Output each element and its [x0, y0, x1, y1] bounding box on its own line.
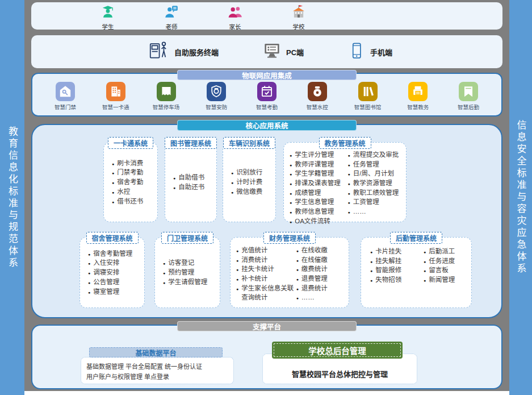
teacher-icon — [164, 5, 179, 22]
system-item: ●寝室管理 — [88, 287, 141, 297]
system-item-list: ●后勤派工●任务进度●留言板●新闻管理 — [424, 247, 469, 285]
system-item: ●水控 — [112, 187, 154, 197]
system-item: ●卡片挂失 — [370, 247, 416, 256]
left-rail: 教育信息化标准与规范体系 — [0, 0, 24, 395]
bullet-icon: ● — [290, 171, 292, 178]
iot-cell-academic: 智慧教务 — [400, 82, 436, 111]
iot-cell-attendance: 智慧考勤 — [249, 82, 285, 111]
system-item: ●日/周、月计划 — [348, 169, 404, 178]
system-box-title: 后勤管理系统 — [390, 232, 442, 244]
smart-campus-architecture-diagram: 教育信息化标准与规范体系 信息安全标准与容灾应急体系 学生 老师 家长 — [0, 0, 532, 395]
core-banner: 核心应用系统 — [177, 120, 357, 131]
bullet-icon: ● — [348, 171, 350, 178]
bullet-icon: ● — [163, 260, 165, 267]
system-item: ●工资管理 — [348, 197, 404, 207]
parents-icon — [228, 5, 242, 22]
system-item: ●微信缴费 — [231, 187, 272, 197]
system-box-library: 图书管理系统 ●自助借书●自助还书 — [165, 142, 217, 222]
attendance-calendar-icon — [257, 82, 277, 101]
system-box-academic: 教务管理系统 ●学生评分管理●教师评课管理●学生学籍管理●排课及课表管理●成绩管… — [283, 142, 407, 222]
device-label: 手机端 — [370, 47, 392, 57]
system-item: ●…… — [296, 293, 346, 302]
left-rail-text: 教育信息化标准与规范体系 — [5, 126, 19, 269]
iot-label: 智慧门禁 — [55, 103, 76, 111]
bullet-icon: ● — [88, 289, 90, 296]
system-item: ●学生家长信息关联查询统计 — [236, 284, 294, 302]
system-item: ●新闻管理 — [424, 275, 469, 285]
user-label: 老师 — [166, 22, 178, 31]
system-item: ●学生学籍管理 — [290, 169, 346, 178]
system-item: ●识别放行 — [231, 168, 272, 177]
bullet-icon: ● — [290, 180, 292, 188]
system-item: ●刷卡消费 — [112, 159, 154, 168]
iot-cell-access: 智慧门禁 — [47, 82, 83, 111]
system-box-title: 车辆识别系统 — [223, 137, 275, 149]
school-admin-banner: 学校总后台管理 — [272, 342, 403, 359]
bullet-icon: ● — [296, 266, 299, 273]
system-item-list: ●学生评分管理●教师评课管理●学生学籍管理●排课及课表管理●成绩管理●学生信息管… — [290, 150, 346, 226]
user-label: 学校 — [293, 22, 305, 31]
device-label: PC端 — [286, 47, 304, 57]
system-item: ●挂失解挂 — [370, 256, 416, 266]
system-item-list: ●访客登记●预约管理●学生请假管理 — [163, 258, 216, 286]
school-icon — [291, 5, 306, 22]
bullet-icon: ● — [290, 209, 292, 216]
system-item: ●挂失卡统计 — [236, 264, 294, 274]
system-item: ●在线收缴 — [296, 246, 346, 255]
system-item: ●OA文件流转 — [290, 217, 346, 226]
right-rail-text: 信息安全标准与容灾应急体系 — [514, 120, 528, 275]
system-item: ●教师评课管理 — [290, 160, 346, 169]
system-item: ●失物招领 — [370, 275, 416, 285]
bullet-icon: ● — [88, 251, 90, 258]
bullet-icon: ● — [348, 180, 350, 188]
system-item: ●学生评分管理 — [290, 150, 346, 160]
bullet-icon: ● — [88, 279, 90, 286]
user-label: 学生 — [102, 22, 114, 31]
bullet-icon: ● — [173, 184, 175, 192]
bullet-icon: ● — [348, 190, 350, 197]
system-box-title: 一卡通系统 — [108, 137, 153, 149]
system-item: ●流程提交及审批 — [348, 150, 404, 160]
iot-label: 智慧水控 — [307, 103, 328, 111]
phone-icon — [348, 42, 365, 61]
support-panel: 支撑平台 基础数据平台 基础数据管理 平台全局配置 统一身份认证 用户账户与权限… — [31, 325, 502, 389]
system-item-list: ●在线收缴●在线催缴●缴费统计●退费管理●退费统计●…… — [296, 246, 346, 302]
bullet-icon: ● — [88, 260, 90, 267]
system-box-vehicle: 车辆识别系统 ●识别放行●计时计费●微信缴费 — [223, 142, 276, 222]
system-item: ●学生请假管理 — [163, 277, 216, 287]
bullet-icon: ● — [296, 257, 299, 264]
bullet-icon: ● — [231, 179, 233, 186]
academic-printer-icon — [408, 82, 428, 101]
system-item: ●留言板 — [424, 265, 469, 275]
system-item: ●补卡统计 — [236, 274, 294, 284]
bullet-icon: ● — [296, 294, 299, 302]
bullet-icon: ● — [112, 189, 114, 196]
system-item: ●教学资源管理 — [348, 178, 404, 188]
system-box-onecard: 一卡通系统 ●刷卡消费●门禁考勤●宿舍考勤●水控●借书还书 — [103, 142, 158, 222]
bullet-icon: ● — [88, 269, 90, 277]
user-cell-school: 学校 — [279, 5, 319, 31]
bullet-icon: ● — [112, 160, 114, 168]
system-item-list: ●自助借书●自助还书 — [173, 173, 213, 192]
system-item: ●访客登记 — [163, 258, 216, 268]
system-item: ●退费统计 — [296, 284, 346, 293]
bullet-icon: ● — [370, 258, 372, 265]
bullet-icon: ● — [370, 277, 372, 284]
devices-panel: 自助服务终端 PC端 手机端 — [31, 35, 502, 68]
bullet-icon: ● — [112, 198, 114, 206]
system-item: ●宿舍考勤 — [112, 177, 154, 187]
system-item: ●自助借书 — [173, 173, 213, 182]
device-phone: 手机端 — [348, 42, 392, 61]
system-box-title: 图书管理系统 — [165, 137, 217, 149]
system-item-list: ●流程提交及审批●任务管理●日/周、月计划●教学资源管理●教职工绩效管理●工资管… — [348, 150, 404, 226]
pc-icon — [263, 41, 281, 62]
bullet-icon: ● — [290, 199, 292, 206]
bullet-icon: ● — [296, 247, 299, 255]
core-panel: 核心应用系统 一卡通系统 ●刷卡消费●门禁考勤●宿舍考勤●水控●借书还书 图书管… — [31, 124, 502, 318]
bullet-icon: ● — [231, 169, 233, 177]
bullet-icon: ● — [290, 190, 292, 197]
iot-cell-parking: 智慧停车场 — [148, 82, 185, 111]
iot-panel: 物联网应用集成 智慧门禁 智慧一卡通 智慧停车场 — [31, 73, 502, 117]
bullet-icon: ● — [424, 248, 426, 256]
bullet-icon: ● — [370, 248, 372, 256]
